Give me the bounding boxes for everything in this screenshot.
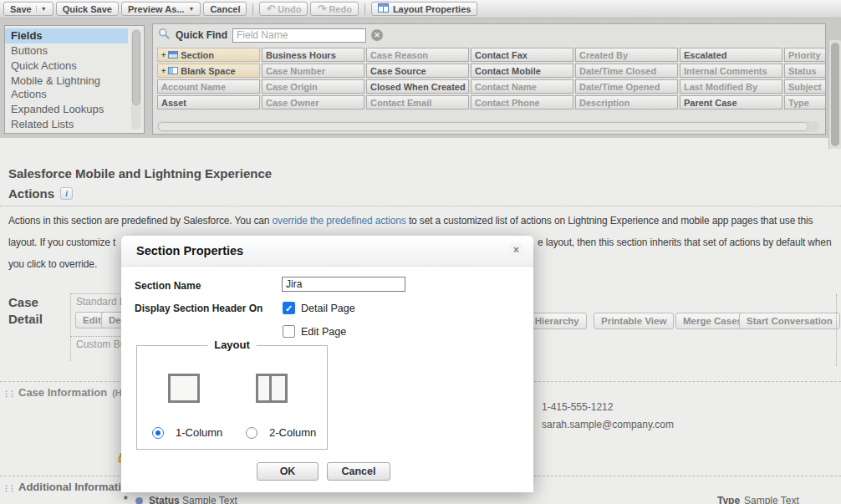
palette-item-label: Escalated	[684, 50, 726, 60]
palette-item-last-modified-by: Last Modified By	[680, 79, 782, 94]
description-text: to set a customized list of actions on L…	[406, 215, 813, 227]
buttons-fieldset-edge	[836, 294, 837, 366]
cancel-button[interactable]: Cancel	[327, 462, 390, 481]
palette-item-label: Contact Phone	[475, 98, 540, 108]
quick-save-button[interactable]: Quick Save	[56, 2, 119, 16]
search-icon	[158, 28, 171, 43]
undo-icon: ↶	[266, 3, 275, 15]
ok-button[interactable]: OK	[257, 462, 319, 481]
sidebar-item-quick-actions[interactable]: Quick Actions	[5, 59, 128, 74]
close-icon[interactable]: ×	[509, 243, 523, 257]
sidebar-item-expanded-lookups[interactable]: Expanded Lookups	[5, 102, 128, 117]
palette-item-description: Description	[575, 95, 678, 109]
palette-item-subject: Subject	[784, 79, 826, 94]
two-column-preview[interactable]	[256, 374, 288, 403]
palette-item-status: Status	[784, 64, 826, 78]
clear-search-icon[interactable]	[371, 29, 383, 41]
section-name-input[interactable]	[282, 277, 405, 292]
sidebar-item-related-lists[interactable]: Related Lists	[5, 117, 128, 132]
dependency-dot-icon	[135, 496, 147, 504]
palette-item-label: Case Reason	[370, 50, 428, 60]
two-column-label: 2-Column	[269, 426, 316, 439]
chevron-down-icon[interactable]: ▼	[36, 6, 47, 12]
actions-description-line2-right: e layout, then this section inherits tha…	[538, 237, 831, 248]
cancel-label: Cancel	[210, 4, 240, 14]
palette-item-asset[interactable]: Asset	[157, 95, 260, 109]
palette-item-escalated[interactable]: Escalated	[680, 48, 782, 62]
add-icon: +	[161, 67, 166, 75]
redo-label: Redo	[329, 4, 352, 14]
cancel-button[interactable]: Cancel	[203, 2, 247, 16]
sidebar-scrollbar[interactable]	[131, 28, 141, 130]
palette-item-closed-when-created[interactable]: Closed When Created	[366, 79, 469, 94]
required-marker: *	[124, 494, 128, 504]
detail-page-checkbox[interactable]	[283, 302, 295, 314]
palette-item-label: Account Name	[161, 82, 226, 92]
palette-item-label: Type	[788, 98, 809, 108]
quick-find-input[interactable]	[232, 28, 366, 43]
palette-item-label: Internal Comments	[684, 66, 767, 76]
dialog-header[interactable]: Section Properties ×	[121, 236, 533, 267]
display-section-header-label: Display Section Header On	[135, 303, 262, 314]
palette-item-priority: Priority	[784, 48, 826, 62]
printable-view-button[interactable]: Printable View	[594, 313, 674, 329]
palette-item-contact-email: Contact Email	[366, 95, 469, 109]
sidebar-item-buttons[interactable]: Buttons	[5, 43, 128, 59]
palette-item-parent-case[interactable]: Parent Case	[680, 95, 782, 109]
case-information-header[interactable]: ⋮⋮Case Information(Hea	[3, 386, 132, 399]
sidebar-item-mobile-lightning-actions[interactable]: Mobile & Lightning Actions	[5, 74, 128, 102]
case-information-title: Case Information	[18, 386, 107, 399]
redo-icon: ↷	[317, 3, 326, 15]
ok-label: OK	[280, 466, 296, 477]
one-column-preview[interactable]	[168, 374, 200, 403]
one-column-radio[interactable]	[152, 427, 164, 439]
two-column-radio[interactable]	[246, 427, 257, 439]
info-icon[interactable]: i	[60, 187, 73, 200]
palette-item-label: Asset	[161, 98, 186, 108]
palette-item-label: Status	[788, 66, 817, 76]
redo-button: ↷ Redo	[310, 2, 358, 16]
palette-item-label: Date/Time Opened	[579, 82, 660, 92]
palette-item-case-owner: Case Owner	[262, 95, 364, 109]
palette-horizontal-scrollbar[interactable]	[156, 121, 820, 132]
blank-space-icon	[168, 66, 178, 76]
cancel-label: Cancel	[342, 466, 376, 477]
sidebar-item-fields[interactable]: Fields	[5, 28, 128, 43]
page-vertical-scrollbar[interactable]	[828, 40, 841, 154]
quick-save-label: Quick Save	[63, 4, 112, 14]
preview-as-button[interactable]: Preview As... ▼	[121, 2, 201, 16]
merge-cases-label: Merge Cases	[683, 316, 742, 326]
section-icon	[168, 50, 178, 60]
palette-item-section[interactable]: + Section	[157, 48, 260, 62]
additional-information-header[interactable]: ⋮⋮Additional Information	[3, 481, 135, 493]
sidebar-scrollbar-thumb[interactable]	[132, 30, 140, 105]
palette-item-contact-fax[interactable]: Contact Fax	[471, 48, 573, 62]
layout-grid-icon	[378, 3, 389, 14]
field-label-type[interactable]: Type	[717, 495, 740, 504]
palette-item-label: Business Hours	[266, 50, 336, 60]
drag-handle-icon[interactable]: ⋮⋮	[3, 389, 14, 398]
palette-scrollbar-thumb[interactable]	[158, 122, 808, 131]
start-conversation-label: Start Conversation	[747, 316, 833, 326]
palette-item-case-source[interactable]: Case Source	[366, 64, 469, 78]
save-button[interactable]: Save ▼	[3, 2, 54, 16]
palette-item-label: Contact Mobile	[475, 66, 541, 76]
drag-handle-icon[interactable]: ⋮⋮	[3, 484, 14, 492]
actions-description-line3: you click to override.	[8, 258, 97, 270]
section-divider	[0, 206, 841, 206]
printable-view-label: Printable View	[601, 316, 666, 326]
palette-item-business-hours[interactable]: Business Hours	[262, 48, 364, 62]
description-text: Actions in this section are predefined b…	[8, 215, 273, 227]
palette-item-label: Blank Space	[181, 66, 235, 76]
palette-item-case-origin: Case Origin	[262, 79, 364, 94]
override-predefined-actions-link[interactable]: override the predefined actions	[273, 215, 406, 227]
page-scrollbar-thumb[interactable]	[831, 43, 839, 146]
palette-item-blank-space[interactable]: + Blank Space	[157, 64, 260, 78]
start-conversation-button[interactable]: Start Conversation	[739, 313, 840, 329]
field-label-status[interactable]: Status	[149, 495, 180, 504]
palette-item-label: Contact Name	[475, 82, 537, 92]
palette-item-label: Closed When Created	[370, 82, 466, 92]
layout-properties-button[interactable]: Layout Properties	[371, 2, 478, 16]
palette-item-contact-mobile[interactable]: Contact Mobile	[471, 64, 573, 78]
edit-page-checkbox[interactable]	[283, 325, 295, 338]
